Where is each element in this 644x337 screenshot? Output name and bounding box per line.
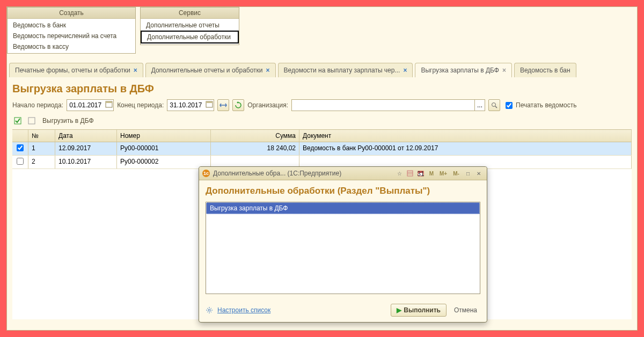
end-date-input[interactable] xyxy=(167,100,205,111)
org-input[interactable] xyxy=(292,100,474,111)
calendar-icon[interactable] xyxy=(205,100,214,108)
grid-icon[interactable] xyxy=(405,169,415,178)
dialog-footer: Настроить список ▶ Выполнить Отмена xyxy=(199,299,487,322)
col-n[interactable]: № xyxy=(28,130,55,142)
execute-label: Выполнить xyxy=(404,306,441,314)
tab-additional[interactable]: Дополнительные отчеты и обработки× xyxy=(145,63,276,77)
app-frame: Создать Ведомость в банк Ведомость переч… xyxy=(6,6,638,331)
dialog-body: Дополнительные обработки (Раздел "Выплат… xyxy=(199,180,487,299)
m-plus-button[interactable]: M+ xyxy=(437,169,449,178)
tab-label: Дополнительные отчеты и обработки xyxy=(151,67,263,74)
tab-bar: Печатные формы, отчеты и обработки× Допо… xyxy=(7,59,637,77)
grid-header: № Дата Номер Сумма Документ xyxy=(12,130,632,142)
close-icon[interactable]: × xyxy=(403,67,407,74)
cell-sum: 18 240,02 xyxy=(211,142,299,155)
menu-item-accounts[interactable]: Ведомость перечислений на счета xyxy=(8,31,135,41)
list-item[interactable]: Выгрузка зарплаты в ДБФ xyxy=(206,202,480,214)
tab-print-forms[interactable]: Печатные формы, отчеты и обработки× xyxy=(9,63,143,77)
col-doc[interactable]: Документ xyxy=(299,130,632,142)
play-icon: ▶ xyxy=(397,306,401,314)
execute-button[interactable]: ▶ Выполнить xyxy=(391,304,447,317)
uncheck-all-icon[interactable] xyxy=(26,115,37,126)
menu-create-panel: Создать Ведомость в банк Ведомость переч… xyxy=(7,7,136,54)
menu-create-header: Создать xyxy=(8,8,135,19)
swap-dates-button[interactable] xyxy=(217,99,229,111)
row-checkbox[interactable] xyxy=(17,144,24,151)
col-sum[interactable]: Сумма xyxy=(211,130,299,142)
menu-create-body: Ведомость в банк Ведомость перечислений … xyxy=(8,19,135,53)
cell-date: 10.10.2017 xyxy=(55,156,117,169)
end-date-field[interactable] xyxy=(167,99,214,111)
m-minus-button[interactable]: M- xyxy=(450,169,462,178)
cell-doc: Ведомость в банк Ру00-000001 от 12.09.20… xyxy=(299,142,632,155)
dialog-title: Дополнительные обра... (1С:Предприятие) xyxy=(213,170,391,177)
table-row[interactable]: 1 12.09.2017 Ру00-000001 18 240,02 Ведом… xyxy=(12,142,632,156)
close-icon[interactable]: × xyxy=(266,67,270,74)
grid-body: 1 12.09.2017 Ру00-000001 18 240,02 Ведом… xyxy=(12,142,632,169)
app-icon: 1c xyxy=(202,170,210,177)
cell-n: 1 xyxy=(28,142,55,155)
menu-item-processing[interactable]: Дополнительные обработки xyxy=(141,31,239,43)
svg-rect-3 xyxy=(206,101,213,103)
print-checkbox[interactable] xyxy=(506,102,513,109)
tab-payments[interactable]: Ведомости на выплату зарплаты чер...× xyxy=(278,63,413,77)
tab-vedomost-bank[interactable]: Ведомость в бан xyxy=(514,63,576,77)
configure-list-link[interactable]: Настроить список xyxy=(217,306,270,314)
menu-service-body: Дополнительные отчеты Дополнительные обр… xyxy=(141,19,239,45)
close-icon[interactable]: ✕ xyxy=(474,169,484,178)
cancel-button[interactable]: Отмена xyxy=(451,304,480,316)
svg-rect-1 xyxy=(106,101,112,103)
dialog-heading: Дополнительные обработки (Раздел "Выплат… xyxy=(206,186,480,196)
maximize-icon[interactable]: □ xyxy=(463,169,473,178)
star-icon[interactable]: ☆ xyxy=(394,169,404,178)
menu-item-cash[interactable]: Ведомость в кассу xyxy=(8,41,135,52)
menu-service-panel: Сервис Дополнительные отчеты Дополнитель… xyxy=(140,7,239,45)
end-date-label: Конец периода: xyxy=(117,101,164,109)
m-button[interactable]: M xyxy=(427,169,436,178)
check-all-icon[interactable] xyxy=(12,115,23,126)
top-menus: Создать Ведомость в банк Ведомость переч… xyxy=(7,7,637,54)
start-date-input[interactable] xyxy=(67,100,105,111)
svg-text:31: 31 xyxy=(418,170,424,177)
close-icon[interactable]: × xyxy=(134,67,137,74)
ellipsis-icon[interactable]: ... xyxy=(474,100,485,111)
calendar-icon[interactable] xyxy=(105,100,113,108)
tab-label: Печатные формы, отчеты и обработки xyxy=(15,67,130,74)
cell-date: 12.09.2017 xyxy=(55,142,117,155)
col-date[interactable]: Дата xyxy=(55,130,117,142)
menu-item-bank[interactable]: Ведомость в банк xyxy=(8,20,135,31)
dialog-controls: ☆ 31 M M+ M- □ ✕ xyxy=(394,169,484,178)
export-dbf-button[interactable]: Выгрузить в ДБФ xyxy=(40,116,96,126)
svg-point-4 xyxy=(492,103,496,107)
gear-icon xyxy=(206,306,213,314)
svg-line-5 xyxy=(495,106,497,108)
cell-num: Ру00-000002 xyxy=(117,156,211,169)
refresh-button[interactable] xyxy=(232,99,244,111)
page-title: Выгрузка зарплаты в ДБФ xyxy=(7,77,637,99)
menu-item-reports[interactable]: Дополнительные отчеты xyxy=(141,20,239,31)
dialog-titlebar[interactable]: 1c Дополнительные обра... (1С:Предприяти… xyxy=(199,167,487,180)
start-date-label: Начало периода: xyxy=(12,101,63,109)
cell-num: Ру00-000001 xyxy=(117,142,211,155)
row-checkbox[interactable] xyxy=(17,158,24,165)
col-check[interactable] xyxy=(12,130,28,142)
close-icon[interactable]: × xyxy=(502,67,506,74)
tab-label: Выгрузка зарплаты в ДБФ xyxy=(421,67,499,74)
tab-dbf-export[interactable]: Выгрузка зарплаты в ДБФ× xyxy=(415,63,512,77)
col-num[interactable]: Номер xyxy=(117,130,211,142)
filter-bar: Начало периода: Конец периода: Организац… xyxy=(7,99,637,115)
svg-rect-7 xyxy=(28,118,35,124)
tab-label: Ведомости на выплату зарплаты чер... xyxy=(284,67,400,74)
menu-service-header: Сервис xyxy=(141,8,239,19)
processing-dialog: 1c Дополнительные обра... (1С:Предприяти… xyxy=(199,166,487,323)
processing-list[interactable]: Выгрузка зарплаты в ДБФ xyxy=(206,202,480,294)
svg-point-14 xyxy=(208,309,210,311)
grid-toolbar: Выгрузить в ДБФ xyxy=(7,115,637,129)
org-field[interactable]: ... xyxy=(291,99,485,111)
search-button[interactable] xyxy=(488,99,500,111)
calendar-red-icon[interactable]: 31 xyxy=(416,169,426,178)
start-date-field[interactable] xyxy=(67,99,114,111)
tab-label: Ведомость в бан xyxy=(520,67,570,74)
svg-rect-8 xyxy=(407,171,413,176)
print-label: Печатать ведомость xyxy=(516,101,576,109)
